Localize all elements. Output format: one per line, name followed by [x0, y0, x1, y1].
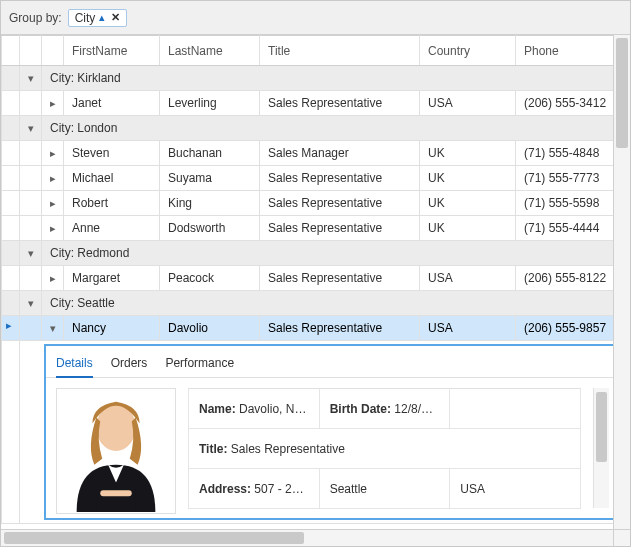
detail-name-value: Davolio, Nancy [239, 402, 319, 416]
detail-row: Details Orders Performance [2, 341, 614, 524]
cell-lastname: Davolio [160, 316, 260, 341]
cell-title: Sales Representative [260, 166, 420, 191]
cell-lastname: Peacock [160, 266, 260, 291]
detail-country: USA [450, 469, 581, 509]
table-row[interactable]: StevenBuchananSales ManagerUK(71) 555-48… [2, 141, 614, 166]
remove-group-icon[interactable]: ✕ [109, 11, 122, 24]
header-selector [2, 36, 20, 66]
cell-phone: (71) 555-5598 [516, 191, 614, 216]
grid-wrap: FirstName LastName Title Country Phone C… [1, 35, 613, 529]
detail-address-value: 507 - 20th Ave. E. [254, 482, 319, 496]
cell-country: UK [420, 141, 516, 166]
table-body: City: Kirkland Janet Leverling Sales Rep… [2, 66, 614, 524]
chevron-right-icon[interactable] [48, 221, 58, 231]
table-row[interactable]: Janet Leverling Sales Representative USA… [2, 91, 614, 116]
cell-phone: (206) 555-8122 [516, 266, 614, 291]
group-label: City: London [42, 116, 614, 141]
cell-country: UK [420, 216, 516, 241]
tab-details[interactable]: Details [56, 352, 93, 378]
cell-firstname: Janet [64, 91, 160, 116]
cell-title: Sales Representative [260, 91, 420, 116]
detail-panel: Details Orders Performance [44, 344, 613, 520]
cell-country: USA [420, 91, 516, 116]
tab-performance[interactable]: Performance [165, 352, 234, 377]
cell-firstname: Robert [64, 191, 160, 216]
cell-phone: (71) 555-4444 [516, 216, 614, 241]
grid-content: FirstName LastName Title Country Phone C… [1, 35, 630, 529]
group-row[interactable]: City: Kirkland [2, 66, 614, 91]
chevron-right-icon[interactable] [48, 271, 58, 281]
sort-asc-icon [99, 12, 105, 23]
cell-lastname: Dodsworth [160, 216, 260, 241]
chevron-right-icon[interactable] [48, 171, 58, 181]
cell-title: Sales Representative [260, 216, 420, 241]
detail-name-label: Name: [199, 402, 236, 416]
chevron-right-icon[interactable] [48, 146, 58, 156]
header-expander1 [20, 36, 42, 66]
scrollbar-thumb[interactable] [4, 532, 304, 544]
header-expander2 [42, 36, 64, 66]
chevron-right-icon[interactable] [48, 196, 58, 206]
group-row[interactable]: City: Seattle [2, 291, 614, 316]
scroll-corner [613, 530, 630, 546]
vertical-scrollbar[interactable] [613, 35, 630, 529]
chevron-down-icon[interactable] [26, 246, 36, 256]
cell-country: UK [420, 166, 516, 191]
detail-body: Name: Davolio, Nancy Birth Date: 12/8/19… [46, 378, 613, 518]
detail-address-label: Address: [199, 482, 251, 496]
cell-lastname: Leverling [160, 91, 260, 116]
cell-country: USA [420, 266, 516, 291]
svg-rect-2 [100, 490, 131, 496]
cell-country: UK [420, 191, 516, 216]
detail-birth-label: Birth Date: [330, 402, 391, 416]
group-chip-text: City [75, 11, 96, 25]
chevron-down-icon[interactable] [26, 71, 36, 81]
row-indicator-icon [2, 316, 20, 341]
header-lastname[interactable]: LastName [160, 36, 260, 66]
chevron-down-icon[interactable] [48, 321, 58, 331]
table-row[interactable]: MargaretPeacockSales RepresentativeUSA(2… [2, 266, 614, 291]
avatar-icon [57, 388, 175, 513]
header-country[interactable]: Country [420, 36, 516, 66]
table-row[interactable]: RobertKingSales RepresentativeUK(71) 555… [2, 191, 614, 216]
avatar [56, 388, 176, 514]
cell-lastname: King [160, 191, 260, 216]
group-row[interactable]: City: London [2, 116, 614, 141]
table-row-selected[interactable]: Nancy Davolio Sales Representative USA (… [2, 316, 614, 341]
cell-title: Sales Manager [260, 141, 420, 166]
detail-title-label: Title: [199, 442, 227, 456]
cell-phone: (71) 555-7773 [516, 166, 614, 191]
group-by-label: Group by: [9, 11, 62, 25]
cell-phone: (206) 555-3412 [516, 91, 614, 116]
cell-phone: (71) 555-4848 [516, 141, 614, 166]
table-row[interactable]: MichaelSuyamaSales RepresentativeUK(71) … [2, 166, 614, 191]
header-phone[interactable]: Phone [516, 36, 614, 66]
cell-firstname: Michael [64, 166, 160, 191]
detail-title-value: Sales Representative [231, 442, 345, 456]
header-title[interactable]: Title [260, 36, 420, 66]
detail-scrollbar[interactable] [593, 388, 609, 508]
table-row[interactable]: AnneDodsworthSales RepresentativeUK(71) … [2, 216, 614, 241]
detail-birth-value: 12/8/1948 [394, 402, 447, 416]
chevron-right-icon[interactable] [48, 96, 58, 106]
group-by-bar: Group by: City ✕ [1, 1, 630, 35]
detail-table: Name: Davolio, Nancy Birth Date: 12/8/19… [188, 388, 581, 509]
cell-title: Sales Representative [260, 266, 420, 291]
header-firstname[interactable]: FirstName [64, 36, 160, 66]
group-label: City: Seattle [42, 291, 614, 316]
chevron-down-icon[interactable] [26, 296, 36, 306]
header-row: FirstName LastName Title Country Phone [2, 36, 614, 66]
cell-lastname: Buchanan [160, 141, 260, 166]
group-chip-city[interactable]: City ✕ [68, 9, 128, 27]
scrollbar-thumb[interactable] [596, 392, 607, 462]
tab-orders[interactable]: Orders [111, 352, 148, 377]
detail-city: Seattle [319, 469, 450, 509]
cell-title: Sales Representative [260, 191, 420, 216]
cell-title: Sales Representative [260, 316, 420, 341]
group-row[interactable]: City: Redmond [2, 241, 614, 266]
horizontal-scrollbar[interactable] [1, 529, 630, 546]
detail-tabs: Details Orders Performance [46, 346, 613, 378]
chevron-down-icon[interactable] [26, 121, 36, 131]
scrollbar-thumb[interactable] [616, 38, 628, 148]
data-table: FirstName LastName Title Country Phone C… [1, 35, 613, 524]
